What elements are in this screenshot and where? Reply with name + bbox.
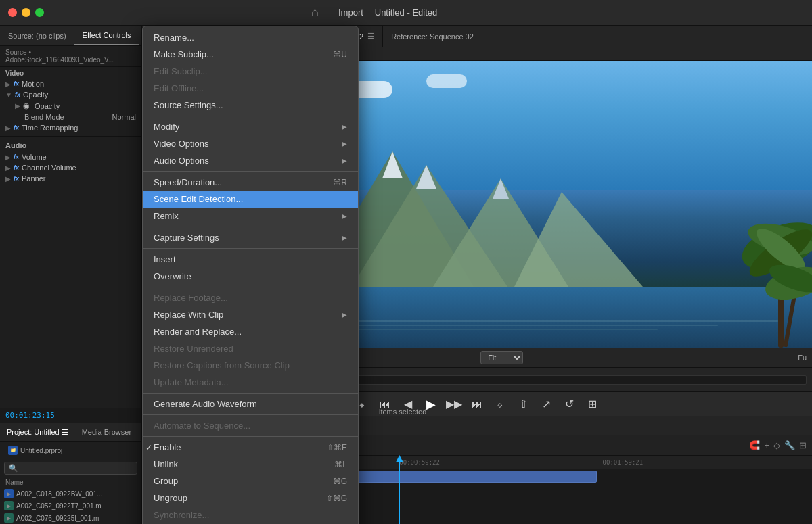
fx-badge: fx	[14, 80, 19, 87]
menu-insert[interactable]: Insert	[143, 251, 358, 268]
fx-badge-pan: fx	[14, 175, 19, 182]
blend-mode-value[interactable]: Normal	[112, 113, 136, 121]
fit-dropdown[interactable]: Fit 25% 50% 75% 100%	[480, 351, 523, 364]
enable-label: Enable	[154, 442, 181, 452]
modify-label: Modify	[154, 122, 179, 132]
menu-update-metadata: Update Metadata...	[143, 374, 358, 391]
fx-opacity-sub[interactable]: ▶ ◉ Opacity	[0, 100, 141, 112]
replace-footage-label: Replace Footage...	[154, 293, 228, 303]
capture-settings-arrow: ▶	[342, 234, 347, 241]
fx-time-remapping[interactable]: ▶ fx Time Remapping	[0, 122, 141, 133]
make-subclip-shortcut: ⌘U	[333, 50, 347, 59]
generate-audio-label: Generate Audio Waveform	[154, 399, 257, 409]
fx-motion[interactable]: ▶ fx Motion	[0, 78, 141, 89]
file-row-2[interactable]: ▶ A002_C052_0922T7_001.m	[0, 500, 141, 512]
menu-enable[interactable]: ✓ Enable ⇧⌘E	[143, 439, 358, 456]
btn-loop[interactable]: ↺	[560, 396, 578, 413]
maximize-button[interactable]	[35, 8, 44, 17]
file-name-1: A002_C018_0922BW_001...	[16, 490, 102, 498]
full-label: Fu	[798, 354, 807, 362]
menu-group[interactable]: Group⌘G	[143, 473, 358, 490]
check-mark: ✓	[145, 443, 152, 452]
left-panel: Source: (no clips) Effect Controls Sourc…	[0, 26, 142, 524]
volume-label: Volume	[22, 153, 47, 161]
close-button[interactable]	[8, 8, 17, 17]
btn-step-fwd[interactable]: ⏭	[468, 396, 486, 413]
btn-mark-out[interactable]: ⬦	[491, 396, 509, 413]
home-icon[interactable]: ⌂	[311, 5, 319, 20]
fx-badge-2: fx	[15, 91, 20, 98]
tab-effect-controls[interactable]: Effect Controls	[74, 26, 139, 45]
sep-1	[143, 116, 358, 116]
sep-5	[143, 287, 358, 287]
tab-source[interactable]: Source: (no clips)	[0, 26, 74, 45]
remix-label: Remix	[154, 211, 179, 221]
menu-rename[interactable]: Rename...	[143, 29, 358, 46]
btn-lift[interactable]: ⇧	[514, 396, 532, 413]
make-subclip-label: Make Subclip...	[154, 49, 214, 59]
blend-mode-row: Blend Mode Normal	[0, 112, 141, 122]
menu-overwrite[interactable]: Overwrite	[143, 268, 358, 285]
project-tabs: Project: Untitled ☰ Media Browser	[0, 423, 141, 442]
tl-icon-marker[interactable]: ◇	[773, 440, 780, 450]
arrow-ch-vol: ▶	[5, 164, 11, 172]
arrow-volume: ▶	[5, 153, 11, 161]
left-timecode: 00:01:23:15	[0, 408, 141, 423]
replace-with-clip-label: Replace With Clip	[154, 310, 223, 320]
tl-icon-add[interactable]: +	[764, 440, 769, 450]
menu-video-options[interactable]: Video Options▶	[143, 135, 358, 152]
menu-audio-options[interactable]: Audio Options▶	[143, 152, 358, 169]
fx-motion-label: Motion	[22, 80, 44, 88]
traffic-lights	[8, 8, 44, 17]
menu-replace-with-clip[interactable]: Replace With Clip▶	[143, 306, 358, 323]
file-icon-2: ▶	[4, 501, 14, 510]
tl-icon-wrench[interactable]: 🔧	[784, 440, 795, 450]
bottom-left: 00:01:23:15 Project: Untitled ☰ Media Br…	[0, 408, 141, 524]
menu-capture-settings[interactable]: Capture Settings▶	[143, 229, 358, 246]
time-remapping-label: Time Remapping	[22, 124, 78, 132]
titlebar: ⌂ Import Untitled - Edited	[0, 0, 812, 26]
project-filename: Untitled.prproj	[20, 447, 62, 454]
menu-scene-edit[interactable]: Scene Edit Detection...	[143, 191, 358, 208]
fx-volume[interactable]: ▶ fx Volume	[0, 151, 141, 162]
window-title: Untitled - Edited	[8, 7, 804, 18]
tab-media-browser[interactable]: Media Browser	[75, 423, 138, 441]
file-icon-3: ▶	[4, 513, 14, 523]
search-input[interactable]	[18, 465, 133, 473]
unlink-label: Unlink	[154, 459, 178, 469]
btn-export[interactable]: ↗	[537, 396, 555, 413]
tl-icon-settings[interactable]: ⊞	[799, 440, 807, 450]
btn-safe-margins[interactable]: ⊞	[583, 396, 601, 413]
enable-shortcut: ⇧⌘E	[327, 443, 347, 452]
playhead[interactable]	[399, 456, 400, 524]
menu-source-settings[interactable]: Source Settings...	[143, 97, 358, 114]
menu-unlink[interactable]: Unlink⌘L	[143, 456, 358, 473]
menu-speed-duration[interactable]: Speed/Duration...⌘R	[143, 174, 358, 191]
menu-modify[interactable]: Modify▶	[143, 118, 358, 135]
fx-channel-volume[interactable]: ▶ fx Channel Volume	[0, 162, 141, 173]
menu-generate-audio[interactable]: Generate Audio Waveform	[143, 396, 358, 412]
file-row-1[interactable]: ▶ A002_C018_0922BW_001...	[0, 487, 141, 500]
cloud-4	[426, 74, 467, 88]
unlink-shortcut: ⌘L	[334, 460, 347, 469]
menu-remix[interactable]: Remix▶	[143, 208, 358, 224]
fx-panner[interactable]: ▶ fx Panner	[0, 173, 141, 184]
fx-opacity[interactable]: ▼ fx Opacity	[0, 89, 141, 100]
menu-synchronize: Synchronize...	[143, 506, 358, 523]
minimize-button[interactable]	[22, 8, 30, 17]
tab-project[interactable]: Project: Untitled ☰	[0, 423, 75, 441]
menu-render-replace[interactable]: Render and Replace...	[143, 323, 358, 340]
btn-frame-fwd[interactable]: ▶▶	[445, 396, 463, 413]
tab-reference[interactable]: Reference: Sequence 02	[383, 26, 482, 47]
edit-offline-label: Edit Offline...	[154, 83, 204, 93]
menu-make-subclip[interactable]: Make Subclip...⌘U	[143, 46, 358, 63]
file-row-3[interactable]: ▶ A002_C076_09225I_001.m	[0, 512, 141, 524]
import-button[interactable]: Import	[338, 7, 363, 18]
speed-duration-label: Speed/Duration...	[154, 177, 222, 187]
project-file-row: 📁 Untitled.prproj	[4, 444, 137, 456]
tl-icon-snap[interactable]: 🧲	[749, 440, 760, 450]
project-content: 📁 Untitled.prproj	[0, 442, 141, 459]
menu-ungroup[interactable]: Ungroup⇧⌘G	[143, 490, 358, 506]
search-bar[interactable]: 🔍	[4, 462, 137, 475]
source-settings-label: Source Settings...	[154, 100, 223, 110]
